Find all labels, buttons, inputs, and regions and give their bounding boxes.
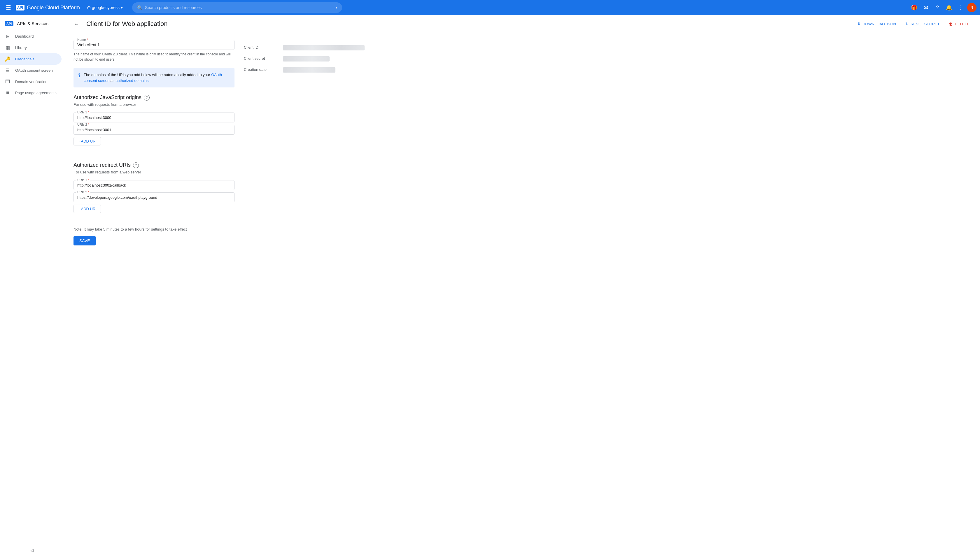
form-section: Name * The name of your OAuth 2.0 client… bbox=[74, 40, 235, 245]
sidebar: API APIs & Services ⊞ Dashboard ▦ Librar… bbox=[0, 15, 64, 555]
sidebar-item-dashboard[interactable]: ⊞ Dashboard bbox=[0, 30, 61, 42]
info-text: The domains of the URIs you add below wi… bbox=[84, 72, 230, 83]
redirect-uri-field-1: URIs 1 * bbox=[74, 180, 235, 190]
name-field-group: Name * The name of your OAuth 2.0 client… bbox=[74, 40, 235, 62]
download-label: DOWNLOAD JSON bbox=[863, 22, 896, 26]
add-js-uri-button[interactable]: + ADD URI bbox=[74, 137, 101, 146]
api-badge: API bbox=[5, 21, 13, 26]
sidebar-item-label: OAuth consent screen bbox=[15, 68, 53, 72]
back-button[interactable]: ← bbox=[71, 19, 82, 29]
js-origins-description: For use with requests from a browser bbox=[74, 102, 235, 107]
client-secret-row: Client secret bbox=[244, 53, 405, 64]
sidebar-item-page-usage[interactable]: ≡ Page usage agreements bbox=[0, 87, 61, 98]
project-selector[interactable]: ⊕ google-cypress ▾ bbox=[85, 4, 125, 12]
info-text-part3: . bbox=[149, 79, 150, 83]
sidebar-item-label: Library bbox=[15, 45, 27, 50]
client-secret-value bbox=[283, 56, 329, 61]
js-origins-help-icon[interactable]: ? bbox=[144, 95, 149, 101]
name-label: Name * bbox=[76, 38, 89, 42]
creation-date-row: Creation date bbox=[244, 64, 405, 75]
redirect-uri-2-label: URIs 2 * bbox=[76, 190, 90, 194]
download-icon: ⬇ bbox=[857, 22, 861, 26]
project-icon: ⊕ bbox=[87, 5, 91, 11]
avatar[interactable]: R bbox=[967, 3, 977, 12]
creation-date-label: Creation date bbox=[244, 67, 276, 72]
sidebar-item-domain[interactable]: 🗔 Domain verification bbox=[0, 76, 61, 87]
menu-icon[interactable]: ☰ bbox=[3, 2, 13, 13]
js-origins-section: Authorized JavaScript origins ? For use … bbox=[74, 95, 235, 146]
more-options-icon[interactable]: ⋮ bbox=[956, 2, 966, 13]
dashboard-icon: ⊞ bbox=[5, 34, 11, 39]
redirect-uri-1-label: URIs 1 * bbox=[76, 178, 90, 181]
sidebar-item-label: Page usage agreements bbox=[15, 91, 56, 95]
reset-icon: ↻ bbox=[905, 22, 909, 26]
delete-button[interactable]: 🗑 DELETE bbox=[945, 19, 973, 29]
search-icon: 🔍 bbox=[137, 5, 143, 11]
save-button[interactable]: SAVE bbox=[74, 236, 96, 245]
app-logo[interactable]: API Google Cloud Platform bbox=[16, 5, 80, 11]
client-secret-label: Client secret bbox=[244, 56, 276, 61]
header-actions: ⬇ DOWNLOAD JSON ↻ RESET SECRET 🗑 DELETE bbox=[854, 19, 973, 29]
bottom-note: Note: It may take 5 minutes to a few hou… bbox=[74, 222, 235, 231]
redirect-uri-field-2: URIs 2 * bbox=[74, 192, 235, 202]
info-text-part2: as bbox=[109, 79, 116, 83]
two-column-layout: Name * The name of your OAuth 2.0 client… bbox=[74, 40, 405, 245]
sidebar-collapse-btn[interactable]: ◁ bbox=[0, 546, 64, 555]
content-area: Name * The name of your OAuth 2.0 client… bbox=[64, 33, 414, 252]
client-id-value bbox=[283, 45, 365, 50]
delete-label: DELETE bbox=[954, 22, 969, 26]
redirect-uri-2-input[interactable] bbox=[77, 195, 231, 200]
creation-date-value bbox=[283, 67, 336, 72]
oauth-icon: ☰ bbox=[5, 67, 11, 73]
chevron-down-icon: ▾ bbox=[121, 5, 123, 10]
js-uri-1-input[interactable] bbox=[77, 115, 231, 120]
js-uri-2-input[interactable] bbox=[77, 128, 231, 132]
js-uri-field-2: URIs 2 * bbox=[74, 125, 235, 135]
name-required-star: * bbox=[87, 38, 88, 42]
app-layout: API APIs & Services ⊞ Dashboard ▦ Librar… bbox=[0, 15, 980, 555]
info-icon: ℹ bbox=[78, 72, 80, 79]
page-usage-icon: ≡ bbox=[5, 90, 11, 95]
sidebar-item-label: Dashboard bbox=[15, 34, 34, 38]
js-origins-title: Authorized JavaScript origins ? bbox=[74, 95, 235, 101]
reset-label: RESET SECRET bbox=[911, 22, 940, 26]
redirect-uri-1-input[interactable] bbox=[77, 183, 231, 188]
js-uri-2-label: URIs 2 * bbox=[76, 123, 90, 126]
js-uri-field-1: URIs 1 * bbox=[74, 112, 235, 122]
nav-right-actions: 🎁 ✉ ? 🔔 ⋮ R bbox=[909, 2, 977, 13]
mail-icon[interactable]: ✉ bbox=[921, 2, 931, 13]
help-icon[interactable]: ? bbox=[932, 2, 943, 13]
search-bar: 🔍 ▾ bbox=[132, 2, 342, 13]
gift-icon[interactable]: 🎁 bbox=[909, 2, 919, 13]
redirect-uris-help-icon[interactable]: ? bbox=[133, 162, 139, 168]
notifications-icon[interactable]: 🔔 bbox=[944, 2, 954, 13]
page-title: Client ID for Web application bbox=[86, 20, 849, 28]
reset-secret-button[interactable]: ↻ RESET SECRET bbox=[902, 19, 943, 29]
sidebar-item-credentials[interactable]: 🔑 Credentials bbox=[0, 53, 61, 65]
search-input[interactable] bbox=[145, 5, 333, 10]
collapse-icon: ◁ bbox=[31, 548, 34, 553]
info-box: ℹ The domains of the URIs you add below … bbox=[74, 68, 235, 87]
project-name: google-cypress bbox=[92, 5, 120, 10]
app-name: Google Cloud Platform bbox=[27, 5, 80, 11]
js-uri-1-label: URIs 1 * bbox=[76, 111, 90, 114]
delete-icon: 🗑 bbox=[949, 22, 953, 26]
name-input[interactable] bbox=[77, 43, 231, 47]
back-arrow-icon: ← bbox=[74, 21, 79, 27]
redirect-uris-section: Authorized redirect URIs ? For use with … bbox=[74, 162, 235, 213]
add-redirect-uri-label: + ADD URI bbox=[78, 207, 96, 211]
sidebar-item-oauth[interactable]: ☰ OAuth consent screen bbox=[0, 65, 61, 76]
client-id-row: Client ID bbox=[244, 42, 405, 53]
page-header: ← Client ID for Web application ⬇ DOWNLO… bbox=[64, 15, 980, 33]
authorized-domains-link[interactable]: authorized domains bbox=[116, 79, 148, 83]
domain-icon: 🗔 bbox=[5, 79, 11, 84]
top-navigation: ☰ API Google Cloud Platform ⊕ google-cyp… bbox=[0, 0, 980, 15]
sidebar-nav-list: ⊞ Dashboard ▦ Library 🔑 Credentials ☰ OA… bbox=[0, 30, 64, 98]
sidebar-service-title: APIs & Services bbox=[17, 21, 48, 26]
add-redirect-uri-button[interactable]: + ADD URI bbox=[74, 205, 101, 213]
search-expand-icon: ▾ bbox=[336, 6, 337, 10]
download-json-button[interactable]: ⬇ DOWNLOAD JSON bbox=[854, 19, 900, 29]
library-icon: ▦ bbox=[5, 45, 11, 50]
sidebar-item-library[interactable]: ▦ Library bbox=[0, 42, 61, 53]
add-js-uri-label: + ADD URI bbox=[78, 139, 96, 143]
